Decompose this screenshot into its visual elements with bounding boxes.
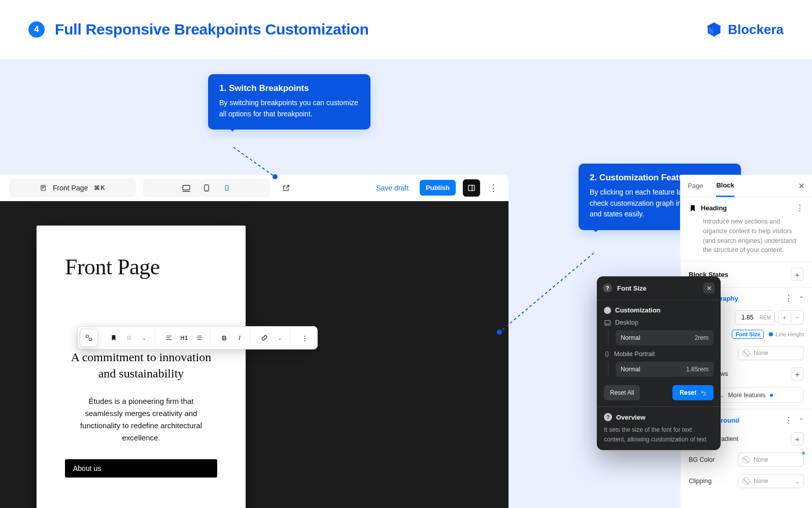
drag-icon[interactable]	[122, 331, 136, 344]
collapse-icon[interactable]: ⌃	[799, 417, 804, 424]
svg-point-22	[607, 356, 607, 356]
svg-point-13	[127, 337, 128, 338]
preview-subheading[interactable]: A commitment to innovation and sustainab…	[65, 349, 217, 382]
block-toolbar[interactable]: ⌄ H1 B I ⌄ ⋮	[77, 326, 318, 350]
caret-icon[interactable]: ⌄	[138, 331, 151, 344]
svg-rect-8	[468, 185, 475, 190]
clipping-select[interactable]: None ⌄	[738, 474, 804, 488]
svg-point-11	[127, 336, 128, 337]
state-value: 1.85rem	[686, 366, 708, 373]
bg-color-label: BG Color	[689, 456, 715, 463]
chevron-down-icon: ⌄	[795, 479, 799, 484]
drag-handle[interactable]	[80, 329, 98, 347]
shortcut-hint: ⌘K	[94, 184, 106, 192]
section-more-icon[interactable]: ⋮	[785, 416, 793, 425]
collapse-icon[interactable]: ⌃	[799, 295, 804, 302]
caret-icon[interactable]: ⌄	[273, 331, 286, 344]
close-panel-icon[interactable]: ✕	[798, 181, 805, 190]
size-unit[interactable]: REM	[760, 315, 774, 321]
state-value: 2rem	[695, 334, 708, 341]
overview-desc: It sets the size of the font for text co…	[604, 425, 714, 444]
mobile-normal-row[interactable]: Normal 1.85rem	[616, 362, 714, 377]
line-height-pill[interactable]: Line Height	[769, 331, 804, 337]
changed-indicator	[773, 310, 775, 312]
overview-label: Overview	[616, 414, 646, 421]
more-features-label: More features	[728, 392, 765, 399]
reset-button[interactable]: Reset	[672, 385, 714, 400]
publish-button[interactable]: Publish	[420, 180, 456, 196]
svg-point-5	[206, 189, 207, 190]
callout-switch-breakpoints: 1. Switch Breakpoints By switching break…	[208, 74, 370, 130]
gear-icon	[604, 307, 611, 314]
heading-desc: Introduce new sections and organize cont…	[703, 217, 804, 255]
svg-rect-3	[183, 185, 190, 189]
tablet-breakpoint-icon[interactable]	[202, 183, 211, 193]
close-icon[interactable]: ✕	[703, 282, 715, 294]
changed-indicator	[802, 452, 805, 455]
add-state-button[interactable]: +	[791, 268, 804, 281]
size-value[interactable]	[735, 314, 760, 321]
bookmark-icon[interactable]	[107, 331, 120, 344]
bg-color-select[interactable]: None	[738, 453, 804, 467]
tab-block[interactable]: Block	[716, 175, 734, 197]
mobile-bp-row: Mobile Portrait	[604, 351, 714, 358]
document-switcher[interactable]: Front Page ⌘K	[9, 179, 136, 197]
more-menu-icon[interactable]: ⋮	[487, 182, 499, 194]
size-input[interactable]: REM	[735, 310, 775, 325]
section-more-icon[interactable]: ⋮	[796, 203, 804, 213]
customization-label: Customization	[615, 306, 661, 314]
text-align-icon[interactable]	[193, 331, 206, 344]
connector-line	[228, 147, 289, 188]
desktop-breakpoint-icon[interactable]	[182, 183, 191, 193]
preview-cta-button[interactable]: About us	[65, 459, 217, 478]
page-title: Full Responsive Breakpoints Customizatio…	[55, 21, 369, 38]
clipping-label: Clipping	[689, 478, 712, 485]
callout-body: By switching breakpoints you can customi…	[219, 98, 359, 119]
svg-point-14	[129, 337, 130, 338]
mobile-icon	[604, 351, 610, 358]
state-name: Normal	[621, 366, 640, 373]
none-icon	[742, 350, 750, 357]
svg-point-1	[497, 330, 502, 335]
connector-line	[497, 253, 604, 334]
inspector-tabs: Page Block ✕	[681, 175, 812, 197]
heading-level[interactable]: H1	[178, 331, 191, 344]
desktop-normal-row[interactable]: Normal 2rem	[616, 330, 714, 345]
desktop-icon	[604, 319, 611, 326]
page-icon	[40, 184, 47, 192]
link-button[interactable]	[258, 331, 271, 344]
step-up[interactable]: +	[779, 313, 791, 322]
italic-button[interactable]: I	[233, 331, 246, 344]
section-more-icon[interactable]: ⋮	[785, 294, 793, 303]
hero-bar: 4 Full Responsive Breakpoints Customizat…	[0, 0, 812, 59]
size-stepper[interactable]: + −	[778, 310, 804, 325]
help-icon[interactable]: ?	[603, 283, 612, 293]
add-image-button[interactable]: +	[791, 432, 804, 446]
step-down[interactable]: −	[791, 313, 803, 322]
tab-page[interactable]: Page	[688, 182, 703, 189]
sidebar-toggle-button[interactable]	[463, 179, 480, 197]
save-draft-button[interactable]: Save draft	[372, 181, 413, 195]
svg-point-16	[129, 339, 130, 340]
align-icon[interactable]	[162, 331, 176, 344]
svg-point-7	[226, 189, 227, 190]
svg-point-12	[129, 336, 130, 337]
preview-paragraph[interactable]: Études is a pioneering firm that seamles…	[70, 395, 212, 444]
none-icon	[742, 456, 750, 463]
toolbar-more-icon[interactable]: ⋮	[298, 331, 311, 344]
bookmark-icon	[689, 204, 697, 212]
info-icon: ?	[604, 413, 612, 421]
indicator-dot	[770, 394, 773, 397]
font-size-pill[interactable]: Font Size	[732, 330, 764, 339]
heading-label: Heading	[701, 204, 727, 212]
svg-rect-10	[89, 338, 92, 341]
bold-button[interactable]: B	[218, 331, 231, 344]
text-color-select[interactable]: None	[738, 346, 804, 360]
preview-title[interactable]: Front Page	[65, 254, 217, 280]
reset-all-button[interactable]: Reset All	[604, 385, 640, 400]
brand-name: Blockera	[728, 22, 784, 38]
brand-cube-icon	[706, 22, 722, 37]
desktop-bp-row: Desktop	[604, 319, 714, 326]
none-label: None	[754, 350, 768, 357]
add-shadow-button[interactable]: +	[791, 367, 804, 380]
